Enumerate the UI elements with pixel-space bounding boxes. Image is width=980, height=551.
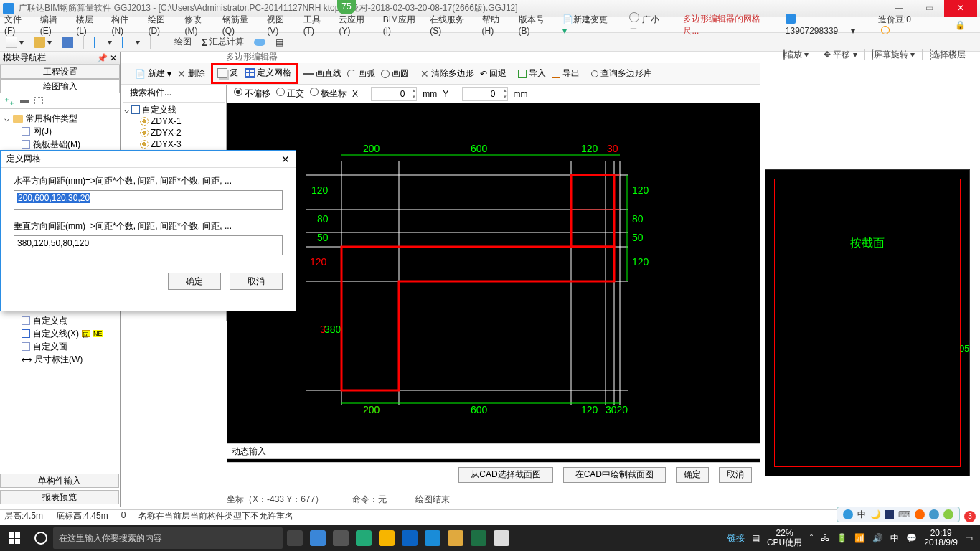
- tray-ie[interactable]: [425, 530, 440, 546]
- ime-moon-icon[interactable]: 🌙: [870, 509, 881, 519]
- cpu-meter[interactable]: 22%CPU使用: [767, 529, 802, 547]
- nav-btn-draw[interactable]: 绘图输入: [0, 79, 120, 93]
- radio-polar[interactable]: 极坐标: [310, 88, 347, 100]
- pin-icon[interactable]: 📌 ✕: [97, 53, 117, 63]
- dialog-cancel[interactable]: 取消: [230, 273, 283, 290]
- poly-copy[interactable]: 复: [217, 67, 238, 79]
- tb-sum[interactable]: Σ汇总计算: [199, 34, 247, 50]
- tray-vol-icon[interactable]: 🔊: [872, 533, 883, 543]
- tray-app-2[interactable]: [333, 530, 349, 546]
- notify-count[interactable]: 3: [964, 511, 976, 522]
- tray-notif-icon[interactable]: ▭: [965, 533, 973, 543]
- tree-dimension[interactable]: ⟷尺寸标注(W): [22, 353, 103, 366]
- tree-expand-icon[interactable]: ⁺₊: [4, 95, 14, 107]
- radio-ortho[interactable]: 正交: [276, 88, 304, 100]
- import-btn[interactable]: 导入: [518, 67, 546, 80]
- tb-draw[interactable]: 绘图: [158, 34, 194, 50]
- tray-action-icon[interactable]: 💬: [906, 533, 917, 543]
- menu-draw[interactable]: 绘图(D): [148, 14, 174, 36]
- y-input[interactable]: [462, 87, 508, 101]
- menu-online[interactable]: 在线服务(S): [430, 14, 471, 36]
- tb-undo[interactable]: ▾: [91, 34, 115, 50]
- menu-help[interactable]: 帮助(H): [482, 14, 509, 36]
- tray-up-icon[interactable]: ˄: [809, 533, 814, 543]
- tb-cloud[interactable]: [251, 34, 268, 50]
- horiz-input[interactable]: 200,600,120,30,20: [14, 190, 283, 210]
- rotate-tool[interactable]: 屏幕旋转 ▾: [872, 49, 915, 61]
- ct-item-2[interactable]: ZDYX-2: [124, 127, 223, 138]
- tree-item-raft[interactable]: 筏板基础(M): [3, 138, 117, 151]
- menu-file[interactable]: 文件(F): [4, 14, 30, 36]
- ime-icon-5[interactable]: [915, 509, 925, 519]
- tray-clock[interactable]: 20:192018/9/9: [924, 529, 958, 547]
- taskbar-search[interactable]: 在这里输入你要搜索的内容: [53, 527, 283, 549]
- draw-line[interactable]: 画直线: [303, 67, 341, 80]
- user-phone[interactable]: 13907298339 ▾: [786, 14, 858, 36]
- ct-item-1[interactable]: ZDYX-1: [124, 116, 223, 127]
- menu-bim[interactable]: BIM应用(I): [383, 14, 420, 36]
- menu-floor[interactable]: 楼层(L): [76, 14, 101, 36]
- tree-customface[interactable]: 自定义面: [22, 340, 103, 353]
- taskview-icon[interactable]: [287, 530, 303, 546]
- ime-j[interactable]: [885, 510, 894, 519]
- menu-cloud[interactable]: 云应用(Y): [339, 14, 372, 36]
- menu-edit[interactable]: 编辑(E): [40, 14, 66, 36]
- drawing-canvas[interactable]: 200 600 120 30 120 80 50 120 120 80 50 1…: [227, 103, 760, 462]
- tree-root[interactable]: ⌵常用构件类型: [3, 112, 117, 125]
- lock-icon[interactable]: 🔒: [955, 20, 966, 30]
- export-btn[interactable]: 导出: [552, 67, 580, 80]
- beans[interactable]: 造价豆:0: [878, 14, 935, 37]
- single-component-input[interactable]: 单构件输入: [0, 474, 119, 488]
- draw-arc[interactable]: 画弧: [347, 67, 375, 80]
- tree-custompoint[interactable]: 自定义点: [22, 314, 103, 327]
- tray-mail[interactable]: [494, 530, 509, 546]
- poly-del[interactable]: ✕删除: [177, 67, 205, 80]
- menu-modify[interactable]: 修改(M): [184, 14, 212, 36]
- ime-icon-7[interactable]: [943, 509, 953, 519]
- undo-step[interactable]: ↶ 回退: [480, 67, 507, 80]
- tray-battery-icon[interactable]: 🔋: [837, 533, 847, 543]
- menu-view[interactable]: 视图(V): [267, 14, 293, 36]
- pan-tool[interactable]: ✥ 平移 ▾: [824, 49, 857, 61]
- nav-btn-project[interactable]: 工程设置: [0, 65, 120, 79]
- radio-nooffset[interactable]: 不偏移: [234, 88, 270, 100]
- tb-redo[interactable]: ▾: [119, 34, 143, 50]
- menu-component[interactable]: 构件(N): [111, 14, 138, 36]
- poly-new[interactable]: 📄新建 ▾: [135, 67, 171, 80]
- draw-circle[interactable]: 画圆: [381, 67, 409, 80]
- ime-icon-6[interactable]: [929, 509, 939, 519]
- tray-ime[interactable]: 中: [890, 532, 899, 545]
- from-cad-select[interactable]: 从CAD选择截面图: [458, 467, 552, 483]
- tray-app-1[interactable]: [310, 530, 326, 546]
- vert-input[interactable]: 380,120,50,80,120: [14, 235, 283, 255]
- tray-link[interactable]: 链接: [727, 532, 745, 545]
- tb-new[interactable]: ▾: [3, 34, 27, 50]
- avatar[interactable]: 广小二: [629, 12, 674, 38]
- menu-tool[interactable]: 工具(T): [303, 14, 329, 36]
- ime-zh[interactable]: 中: [857, 509, 866, 521]
- tree-filter-icon[interactable]: [34, 97, 43, 105]
- tray-net-icon[interactable]: 🖧: [821, 533, 829, 543]
- report-preview[interactable]: 报表预览: [0, 490, 119, 504]
- zoom-tool[interactable]: 缩放 ▾: [783, 49, 809, 61]
- clear-polygon[interactable]: ✕清除多边形: [420, 67, 474, 80]
- tb-save[interactable]: [59, 34, 76, 50]
- tb-more[interactable]: ▤: [273, 34, 286, 50]
- menu-rebar[interactable]: 钢筋量(Q): [222, 14, 258, 36]
- cortana-icon[interactable]: [34, 532, 47, 545]
- query-polygon-lib[interactable]: 查询多边形库: [591, 67, 652, 80]
- tree-customline[interactable]: 自定义线(X)回NE: [22, 327, 103, 340]
- dynamic-input[interactable]: 动态输入: [227, 443, 760, 459]
- define-grid-button[interactable]: 定义网格: [245, 67, 291, 79]
- x-input[interactable]: [371, 87, 417, 101]
- tray-edge[interactable]: [402, 530, 418, 546]
- select-floor[interactable]: 选择楼层: [930, 49, 966, 61]
- ct-item-3[interactable]: ZDYX-3: [124, 138, 223, 150]
- in-cad-draw[interactable]: 在CAD中绘制截面图: [563, 467, 666, 483]
- tray-app-4[interactable]: [379, 530, 395, 546]
- ime-toolbar[interactable]: 中 🌙 ⌨: [837, 507, 960, 522]
- bottom-cancel[interactable]: 取消: [719, 467, 752, 483]
- dialog-ok[interactable]: 确定: [168, 273, 221, 290]
- tb-open[interactable]: ▾: [31, 34, 55, 50]
- dialog-close[interactable]: ✕: [281, 154, 290, 165]
